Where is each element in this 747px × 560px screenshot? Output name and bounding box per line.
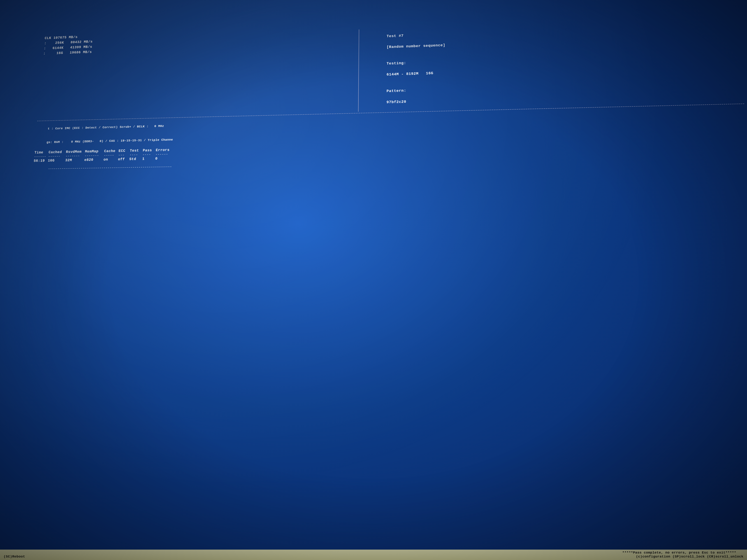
top-section: : 256K 80432 MB/s : 6144K 41399 MB/s : 1… xyxy=(37,16,744,119)
screen-content: CLK 107675 MB/s : 256K 80432 MB/s : 6144… xyxy=(0,5,747,560)
cell-pass: 1 xyxy=(142,157,155,161)
cell-time: 56:19 xyxy=(33,159,48,163)
left-column: : 256K 80432 MB/s : 6144K 41399 MB/s : 1… xyxy=(37,29,359,119)
dash-cache: ----- xyxy=(104,153,119,157)
col-header-time: Time xyxy=(34,151,49,155)
pattern-value: 97bf2c20 xyxy=(387,100,406,104)
test-number: Test #7 xyxy=(387,34,404,38)
cell-cached: 16G xyxy=(48,158,66,163)
dash-test: ---- xyxy=(129,153,143,157)
col-header-errors: Errors xyxy=(156,148,171,152)
pattern-label: Pattern: xyxy=(387,89,406,93)
cell-ecc: off xyxy=(118,157,129,161)
cell-test: Std xyxy=(129,157,143,161)
dash-cached: ------ xyxy=(48,154,66,158)
col-header-cache: Cache xyxy=(104,149,119,153)
testing-label: Testing: xyxy=(387,61,406,66)
status-line-controls: (SC)Reboot (c)configuration (SP)scroll_l… xyxy=(4,555,743,559)
status-bar: *****Pass complete, no errors, press Esc… xyxy=(0,550,747,560)
cell-cache: on xyxy=(103,157,118,162)
dash-time: ------ xyxy=(34,155,49,159)
status-reboot[interactable]: (SC)Reboot xyxy=(4,555,25,559)
dash-memmap: ------- xyxy=(84,154,104,158)
dash-rsvdmem: ------- xyxy=(66,154,85,158)
col-header-pass: Pass xyxy=(143,148,156,153)
monitor-screen: CLK 107675 MB/s : 256K 80432 MB/s : 6144… xyxy=(0,0,747,560)
cell-rsvdmem: 32M xyxy=(65,158,84,162)
dash-pass: ---- xyxy=(143,153,156,157)
col-header-cached: Cached xyxy=(49,150,66,154)
test-type: [Random number sequence] xyxy=(387,43,445,49)
cell-memmap: e820 xyxy=(84,158,104,162)
status-line-pass: *****Pass complete, no errors, press Esc… xyxy=(4,551,743,555)
right-column: Test #7 [Random number sequence] Testing… xyxy=(358,16,744,112)
col-header-rsvdmem: RsvdMem xyxy=(66,150,85,154)
col-header-memmap: MemMap xyxy=(85,149,104,154)
dash-ecc: --- xyxy=(118,153,130,157)
cell-errors: 0 xyxy=(155,156,170,161)
testing-range: 6144M - 8192M 16G xyxy=(387,71,434,77)
dash-errors: ------ xyxy=(155,152,170,156)
status-controls[interactable]: (c)configuration (SP)scroll_lock (CR)scr… xyxy=(636,555,743,559)
col-header-test: Test xyxy=(130,149,143,153)
col-header-ecc: ECC xyxy=(119,149,130,153)
